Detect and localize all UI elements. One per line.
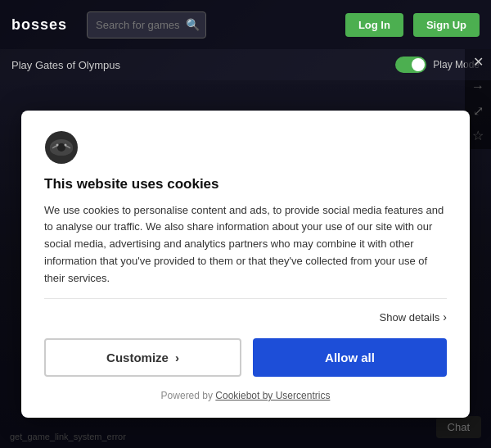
login-button[interactable]: Log In [345,13,403,37]
cookiebot-logo-icon [44,130,79,165]
logo-text: bosses [11,16,67,34]
customize-arrow-icon: › [175,351,179,364]
svg-point-5 [65,143,67,146]
search-bar: 🔍 [87,11,206,38]
close-icon[interactable]: ✕ [473,56,484,69]
show-details-arrow-icon: › [443,310,447,324]
cookie-divider [44,298,447,299]
play-link[interactable]: Play Gates of Olympus [11,59,120,71]
sub-header: Play Gates of Olympus Play Mode [0,49,491,80]
show-details-label: Show details [380,311,440,324]
header: bosses 🔍 Log In Sign Up [0,0,491,49]
footer-powered-text: Powered by [161,390,213,401]
signup-button[interactable]: Sign Up [413,13,480,37]
cookie-show-details: Show details › [44,310,447,324]
cookie-actions: Customize › Allow all [44,338,447,377]
footer-cookiebot-link[interactable]: Cookiebot by Usercentrics [215,390,330,401]
cookie-logo [44,130,447,168]
show-details-link[interactable]: Show details › [380,310,447,324]
svg-point-4 [56,143,59,146]
customize-button[interactable]: Customize › [44,338,241,377]
cookie-modal-overlay: This website uses cookies We use cookies… [0,80,491,448]
search-icon: 🔍 [186,18,200,31]
cookie-title: This website uses cookies [44,176,447,192]
cookie-modal: This website uses cookies We use cookies… [21,111,470,419]
cookie-footer: Powered by Cookiebot by Usercentrics [44,390,447,401]
cookie-body: We use cookies to personalise content an… [44,202,447,287]
customize-label: Customize [106,351,169,364]
play-mode-toggle[interactable] [395,57,426,73]
logo: bosses [11,16,77,34]
svg-point-3 [57,143,65,152]
allow-all-button[interactable]: Allow all [253,338,447,377]
